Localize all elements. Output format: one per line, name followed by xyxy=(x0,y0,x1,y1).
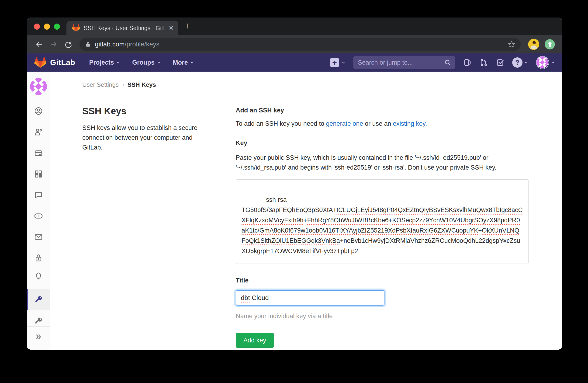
nav-menu-more-label: More xyxy=(173,59,188,66)
sidebar-item-notifications[interactable] xyxy=(27,272,50,280)
key-label: Key xyxy=(236,139,528,147)
sidebar-item-ssh-keys[interactable] xyxy=(27,289,50,310)
generate-one-link[interactable]: generate one xyxy=(326,120,363,127)
intro-text: or use an xyxy=(363,120,393,127)
reload-button[interactable] xyxy=(62,38,74,51)
desktop: SSH Keys · User Settings · GitL ✕ + gitl… xyxy=(0,0,588,383)
intro-text: To add an SSH key you need to xyxy=(236,120,326,127)
add-key-button[interactable]: Add key xyxy=(236,333,274,348)
nav-menu-groups-label: Groups xyxy=(132,59,155,66)
breadcrumb-user-settings[interactable]: User Settings xyxy=(82,81,119,88)
ssh-key-text: ssh-rsa TG50pfS/3apFEQhEoQ3pS0XtA+tCLUGj… xyxy=(242,196,523,255)
site-lock-icon[interactable] xyxy=(85,41,91,48)
help-icon: ? xyxy=(512,57,523,68)
search-input[interactable]: Search or jump to... xyxy=(353,56,455,69)
breadcrumb-separator: › xyxy=(122,81,124,88)
sidebar-item-billing[interactable] xyxy=(27,149,50,157)
ssh-key-textarea[interactable]: ssh-rsa TG50pfS/3apFEQhEoQ3pS0XtA+tCLUGj… xyxy=(236,179,528,264)
chevron-down-icon xyxy=(116,61,120,64)
back-button[interactable] xyxy=(33,38,45,51)
url-path: /profile/keys xyxy=(125,41,159,48)
section-intro: To add an SSH key you need to generate o… xyxy=(236,120,528,127)
chevron-down-icon xyxy=(190,61,194,64)
bookmark-star-icon[interactable] xyxy=(507,40,516,48)
sidebar-avatar[interactable] xyxy=(27,78,50,95)
new-menu-button[interactable]: + xyxy=(330,58,345,67)
sidebar-item-profile[interactable] xyxy=(27,106,50,115)
applications-icon xyxy=(34,170,43,178)
gpg-keys-icon xyxy=(34,316,43,326)
add-key-form: Add an SSH key To add an SSH key you nee… xyxy=(236,96,528,350)
resize-handle-icon[interactable] xyxy=(500,217,528,263)
page-title: SSH Keys xyxy=(82,106,236,116)
ssh-keys-icon xyxy=(34,295,43,304)
chevron-down-icon xyxy=(342,61,345,64)
sidebar-collapse-button[interactable]: » xyxy=(27,330,50,342)
browser-toolbar: gitlab.com /profile/keys xyxy=(27,35,562,53)
gitlab-logo[interactable]: GitLab xyxy=(34,57,75,68)
sidebar-item-chat[interactable] xyxy=(27,191,50,199)
chrome-profile-avatar[interactable] xyxy=(528,39,539,50)
breadcrumb-ssh-keys: SSH Keys xyxy=(127,81,156,88)
sidebar-item-password[interactable] xyxy=(27,254,50,262)
key-hint: Paste your public SSH key, which is usua… xyxy=(236,153,528,172)
collapse-icon: » xyxy=(36,330,41,342)
sidebar-item-emails[interactable] xyxy=(27,233,50,241)
breadcrumb: User Settings › SSH Keys xyxy=(82,81,562,88)
minimize-window-button[interactable] xyxy=(44,23,50,30)
nav-menu-projects-label: Projects xyxy=(89,59,114,66)
profile-icon xyxy=(34,106,43,115)
password-icon xyxy=(34,254,43,262)
browser-update-icon[interactable] xyxy=(544,38,556,51)
chevron-down-icon xyxy=(551,61,555,64)
todo-icon[interactable] xyxy=(496,58,504,67)
forward-button[interactable] xyxy=(47,38,60,51)
new-tab-button[interactable]: + xyxy=(184,21,190,31)
sidebar-item-access-tokens[interactable] xyxy=(27,212,50,220)
fullscreen-window-button[interactable] xyxy=(54,23,60,30)
gitlab-wordmark: GitLab xyxy=(50,58,75,67)
title-label: Title xyxy=(236,277,528,284)
search-icon xyxy=(444,59,451,66)
existing-key-link[interactable]: existing key xyxy=(393,120,425,127)
intro-text: . xyxy=(425,120,427,127)
title-help-text: Name your individual key via a title xyxy=(236,313,528,320)
sidebar-item-account[interactable] xyxy=(27,128,50,136)
browser-tab[interactable]: SSH Keys · User Settings · GitL ✕ xyxy=(66,21,178,35)
close-window-button[interactable] xyxy=(34,23,40,30)
issues-icon[interactable] xyxy=(463,58,472,67)
sidebar-divider xyxy=(27,326,50,327)
nav-menu-more[interactable]: More xyxy=(173,59,194,66)
notifications-icon xyxy=(34,272,43,280)
billing-icon xyxy=(34,149,43,157)
window-controls xyxy=(27,23,66,35)
account-icon xyxy=(34,128,43,136)
merge-request-icon[interactable] xyxy=(480,58,488,67)
page-intro-column: SSH Keys SSH keys allow you to establish… xyxy=(50,96,236,350)
gitlab-favicon xyxy=(72,24,80,32)
tab-strip: SSH Keys · User Settings · GitL ✕ + xyxy=(27,18,562,35)
settings-sidebar: » xyxy=(27,72,50,350)
section-title: Add an SSH key xyxy=(236,107,528,114)
browser-window: SSH Keys · User Settings · GitL ✕ + gitl… xyxy=(27,18,562,350)
plus-square-icon: + xyxy=(330,58,339,67)
search-placeholder: Search or jump to... xyxy=(358,59,444,66)
chat-icon xyxy=(34,191,43,199)
access-tokens-icon xyxy=(34,212,43,220)
sidebar-item-gpg-keys[interactable] xyxy=(27,316,50,326)
main-content: User Settings › SSH Keys SSH Keys SSH ke… xyxy=(50,72,562,350)
user-avatar xyxy=(536,56,549,69)
tab-title: SSH Keys · User Settings · GitL xyxy=(84,25,166,31)
tab-close-icon[interactable]: ✕ xyxy=(168,24,174,32)
page-body: » User Settings › SSH Keys SSH Keys SSH … xyxy=(27,72,562,350)
nav-menu-groups[interactable]: Groups xyxy=(132,59,161,66)
nav-menu-projects[interactable]: Projects xyxy=(89,59,120,66)
address-bar[interactable]: gitlab.com /profile/keys xyxy=(80,38,521,51)
help-menu[interactable]: ? xyxy=(512,57,528,68)
page-description: SSH keys allow you to establish a secure… xyxy=(82,123,208,152)
sidebar-item-applications[interactable] xyxy=(27,170,50,178)
title-input[interactable]: dbt Cloud xyxy=(236,290,384,306)
user-menu[interactable] xyxy=(536,56,555,69)
gitlab-navbar: GitLab Projects Groups More + Sear xyxy=(27,53,562,72)
title-input-text: dbt Cloud xyxy=(241,294,269,302)
